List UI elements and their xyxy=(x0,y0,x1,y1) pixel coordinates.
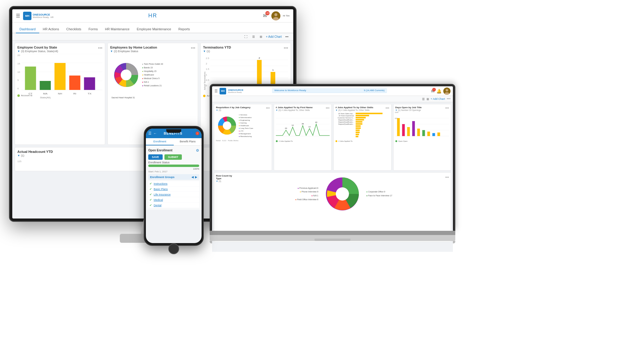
laptop-avatar[interactable] xyxy=(443,88,451,95)
laptop-hamburger-icon[interactable]: ☰ xyxy=(214,89,218,93)
grid-view-button[interactable]: ⊞ xyxy=(258,34,263,39)
phone-submit-button[interactable]: SUBMIT xyxy=(164,154,182,160)
messages-button[interactable]: ✉ 10 xyxy=(261,12,269,20)
laptop-days-open-filter: ▼ (1) Number Of Openings xyxy=(395,109,449,111)
laptop-jobs-fn-legend: # Jobs Applied To xyxy=(276,140,330,142)
laptop-notif-button[interactable]: 🔔 xyxy=(436,88,442,94)
expand-view-button[interactable]: ⛶ xyxy=(243,34,249,39)
chart-menu-home[interactable]: ••• xyxy=(191,46,195,50)
svg-text:1: 1 xyxy=(272,69,274,71)
y-axis-term: 2.521.510.50 xyxy=(206,57,210,87)
enrollment-item-dental[interactable]: ✔ Dental xyxy=(148,203,199,208)
laptop-logo-text: ONESOURCE Workforce Ready xyxy=(228,89,244,93)
tab-hr-maintenance[interactable]: HR Maintenance xyxy=(102,25,133,33)
user-avatar[interactable] xyxy=(271,11,280,20)
phone-back-icon[interactable]: ← xyxy=(153,131,157,135)
laptop-days-open-title: Days Open by Job Title xyxy=(395,106,449,109)
list-view-button[interactable]: ☰ xyxy=(251,34,256,39)
hamburger-icon[interactable]: ☰ xyxy=(16,13,20,19)
headcount-y-start: 125 xyxy=(17,160,21,163)
employees-home-title: Employees by Home Location xyxy=(110,46,195,49)
laptop-logo-icon: MH xyxy=(220,88,226,94)
phone-prev-icon[interactable]: ◀ xyxy=(191,175,194,179)
tab-employee-maintenance[interactable]: Employee Maintenance xyxy=(133,25,175,33)
phone-home-button[interactable] xyxy=(168,243,179,254)
svg-rect-72 xyxy=(427,132,430,136)
laptop-more-options-btn[interactable]: ••• xyxy=(447,97,451,101)
tab-hr-actions[interactable]: HR Actions xyxy=(39,25,63,33)
svg-point-1 xyxy=(274,13,277,16)
laptop-requisition-chart: Requisition # by Job Category ▼ (0) ••• xyxy=(214,104,272,171)
svg-rect-73 xyxy=(432,133,435,136)
legend-dot xyxy=(17,94,20,97)
laptop-list-view-btn[interactable]: ☰ xyxy=(422,97,425,101)
app-title: HR xyxy=(148,13,157,19)
chart-menu-employee-count[interactable]: ••• xyxy=(98,46,102,50)
enrollment-item-life-insurance[interactable]: ✔ Life Insurance xyxy=(148,192,199,197)
svg-rect-47 xyxy=(356,119,364,120)
logo-icon: MH xyxy=(23,12,31,20)
dashboard-toolbar: ⛶ ☰ ⊞ + Add Chart ••• xyxy=(12,33,293,40)
laptop-grid-view-btn[interactable]: ⊞ xyxy=(427,97,429,101)
row-count-left-labels: ● Previous Applicant 6 ● Phone Interview… xyxy=(295,186,318,201)
laptop-jobs-fn-menu[interactable]: ••• xyxy=(326,106,329,110)
enrollment-item-medical[interactable]: ✔ Medical xyxy=(148,197,199,202)
phone-user-icon[interactable]: 👤 xyxy=(189,131,194,135)
svg-text:12: 12 xyxy=(291,124,294,126)
add-chart-button[interactable]: + Add Chart xyxy=(266,35,282,38)
phone-tab-benefit-plans[interactable]: Benefit Plans xyxy=(174,138,202,145)
svg-rect-48 xyxy=(356,121,362,123)
y-axis-employee-count: 20151050 xyxy=(17,54,21,90)
row-count-pie-wrapper: ● Previous Applicant 6 ● Phone Interview… xyxy=(238,174,449,213)
row-count-menu[interactable]: ••• xyxy=(445,174,449,180)
svg-rect-52 xyxy=(356,129,359,131)
phone-save-button[interactable]: SAVE xyxy=(148,154,163,160)
phone-settings-icon[interactable]: ⚙ xyxy=(196,148,199,153)
svg-rect-51 xyxy=(356,127,361,129)
enrollment-item-label-basic-plans: Basic Plans xyxy=(154,188,168,191)
svg-text:2: 2 xyxy=(258,57,260,59)
laptop-req-menu[interactable]: ••• xyxy=(266,106,270,110)
svg-rect-27 xyxy=(271,72,276,84)
enrollment-groups-header[interactable]: Enrollment Groups ◀ ▶ xyxy=(148,174,199,180)
laptop-req-filter: ▼ (0) xyxy=(216,109,270,111)
chart-menu-term[interactable]: ••• xyxy=(284,46,288,50)
svg-rect-46 xyxy=(356,117,366,118)
phone-tab-enrollment[interactable]: Enrollment xyxy=(146,138,174,145)
laptop-days-open-menu[interactable]: ••• xyxy=(445,106,449,110)
svg-rect-53 xyxy=(356,132,359,133)
enrollment-item-basic-plans[interactable]: ✔ Basic Plans xyxy=(148,186,199,192)
enrollment-item-label-medical: Medical xyxy=(154,198,163,201)
laptop-days-open-chart-area: 1000 500 xyxy=(395,112,449,139)
laptop-welcome-banner: Welcome to Workforce Ready 9 (14,486 Cur… xyxy=(272,88,387,93)
tab-reports[interactable]: Reports xyxy=(175,25,193,33)
tab-dashboard[interactable]: Dashboard xyxy=(16,25,39,33)
more-options-button[interactable]: ••• xyxy=(284,34,290,39)
smartphone: ☰ ← BENEFITS 👤 ! Enrollment Benefit Plan… xyxy=(144,126,204,252)
tab-checklists[interactable]: Checklists xyxy=(63,25,85,33)
phone-enrollment-status-label: Enrollment Status xyxy=(148,161,199,164)
svg-text:20: 20 xyxy=(285,127,287,129)
laptop-dashboard: Requisition # by Job Category ▼ (0) ••• xyxy=(212,102,453,231)
header-icons: ✉ 10 Hi Tim xyxy=(261,11,290,20)
phone-menu-icon[interactable]: ☰ xyxy=(148,131,152,135)
legend-dot-days-open xyxy=(395,140,397,142)
svg-rect-49 xyxy=(356,123,362,125)
laptop-jobs-skills-chart: # Jobs Applied To by Other Skills ▼ (3) … xyxy=(333,104,391,171)
employee-count-chart: Employee Count by State ▼ (3) Employee S… xyxy=(15,43,105,145)
svg-point-78 xyxy=(336,187,349,201)
svg-point-20 xyxy=(121,70,131,80)
tab-forms[interactable]: Forms xyxy=(85,25,101,33)
row-count-info: Row Count by Type ▼ (0) xyxy=(216,174,236,183)
phone-next-icon[interactable]: ▶ xyxy=(195,175,197,179)
svg-text:40: 40 xyxy=(315,121,317,123)
y-axis-label-term: Actual Terminations xyxy=(203,54,206,90)
laptop-jobs-skills-menu[interactable]: ••• xyxy=(386,106,389,110)
phone-nav-tabs: Enrollment Benefit Plans xyxy=(146,138,202,146)
svg-rect-8 xyxy=(25,67,36,90)
laptop-screen-frame: ☰ MH ONESOURCE Workforce Ready Welcome t… xyxy=(210,84,455,231)
svg-rect-9 xyxy=(40,81,51,90)
laptop-messages-button[interactable]: ✉ ! xyxy=(431,88,435,94)
enrollment-item-instructions[interactable]: ✔ Instructions xyxy=(148,181,199,186)
laptop-add-chart-btn[interactable]: + Add Chart xyxy=(431,97,445,100)
